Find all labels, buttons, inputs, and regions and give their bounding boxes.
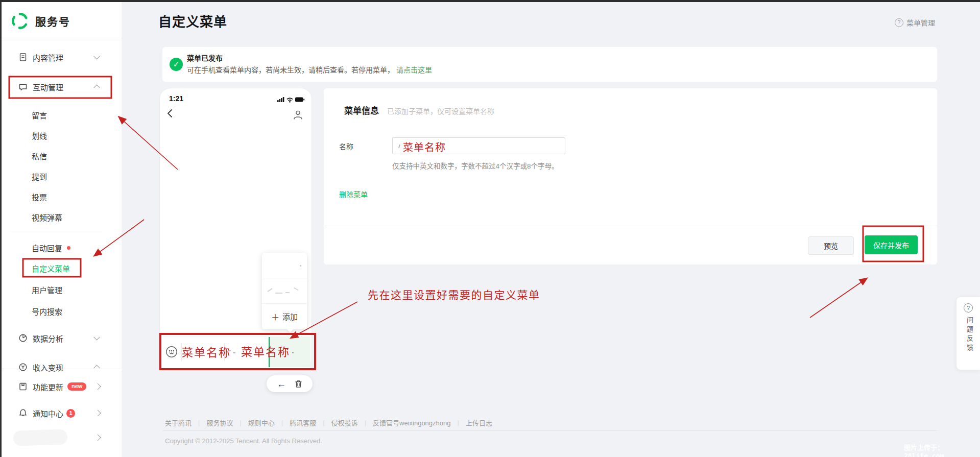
banner-title: 菜单已发布 <box>187 53 223 63</box>
sidebar-item-income[interactable]: 收入变现 <box>0 358 122 376</box>
sidebar-item-user-mgmt[interactable]: 用户管理 <box>0 281 122 298</box>
question-icon: ? <box>964 303 973 312</box>
footer-link[interactable]: 规则中心 <box>248 418 275 427</box>
sidebar-item-label: 投票 <box>32 191 47 202</box>
chevron-down-icon <box>93 334 100 341</box>
phone-status-icons <box>277 96 305 105</box>
sidebar-item-notify-center[interactable]: 通知中心 1 <box>0 404 122 422</box>
trash-icon[interactable] <box>295 380 302 388</box>
question-icon: ? <box>895 18 903 27</box>
name-field-label: 名称 <box>339 141 353 151</box>
save-publish-button[interactable]: 保存并发布 <box>865 235 918 254</box>
sidebar-item-label: 功能更新 <box>33 381 63 392</box>
plus-icon: ＋ <box>271 310 279 323</box>
footer-link[interactable]: 反馈官号weixingongzhong <box>373 418 450 427</box>
erased-text-mark <box>285 292 290 293</box>
watermark-text: 图片上传于：28life.com <box>904 442 980 457</box>
erased-text-mark <box>275 293 282 294</box>
brand-swirl-icon <box>11 12 29 30</box>
sidebar-item-interact-mgmt[interactable]: 互动管理 <box>0 78 122 95</box>
chevron-right-icon <box>94 383 101 390</box>
footer-link[interactable]: 腾讯客服 <box>290 418 316 427</box>
banner-description: 可在手机查看菜单内容，若尚未生效，请稍后查看。若停用菜单，请点击这里 <box>187 64 432 75</box>
erased-text-mark <box>300 265 301 267</box>
sidebar-item-label: 号内搜索 <box>32 306 62 317</box>
chat-icon <box>18 82 28 91</box>
sidebar-item-comments[interactable]: 留言 <box>0 106 122 124</box>
sidebar-divider <box>0 369 122 369</box>
phone-back-icon[interactable] <box>167 109 173 120</box>
sidebar-item-auto-reply[interactable]: 自动回复 <box>0 239 122 256</box>
sidebar-item-account[interactable] <box>0 429 122 446</box>
wifi-icon <box>287 98 293 101</box>
footer-separator <box>358 419 373 426</box>
submenu-item-2[interactable] <box>262 278 307 304</box>
erased-text-mark <box>398 145 400 148</box>
footer-link[interactable]: 上传日志 <box>466 418 492 427</box>
section-note: 已添加子菜单，仅可设置菜单名称 <box>387 106 494 116</box>
book-icon <box>18 382 28 391</box>
sidebar: 服务号 内容管理 互动管理 留言 划线 私信 提到 投票 视频弹幕 自动回复 自… <box>0 0 122 457</box>
sidebar-item-account-search[interactable]: 号内搜索 <box>0 302 122 320</box>
sidebar-item-mentions[interactable]: 提到 <box>0 167 122 185</box>
footer-separator <box>233 419 248 426</box>
sidebar-item-label: 内容管理 <box>33 52 63 63</box>
phone-preview: 1:21 <box>159 88 312 370</box>
redacted-account-name <box>13 429 68 446</box>
submenu-add-button[interactable]: ＋ 添加 <box>262 304 307 329</box>
published-banner: ✓ 菜单已发布 可在手机查看菜单内容，若尚未生效，请稍后查看。若停用菜单，请点击… <box>162 47 937 82</box>
feedback-widget[interactable]: ? 问题反馈 <box>957 297 980 370</box>
menu-management-help[interactable]: ? 菜单管理 <box>895 17 935 28</box>
sidebar-item-content-mgmt[interactable]: 内容管理 <box>0 49 122 66</box>
sidebar-item-votes[interactable]: 投票 <box>0 188 122 205</box>
erased-text-mark <box>229 350 237 353</box>
window-top-edge <box>0 0 980 2</box>
pie-chart-icon <box>18 333 28 343</box>
footer-link[interactable]: 服务协议 <box>206 418 233 427</box>
page-title: 自定义菜单 <box>158 11 227 30</box>
notification-count-badge: 1 <box>66 409 75 418</box>
new-badge: new <box>67 382 86 391</box>
sidebar-item-label: 收入变现 <box>33 362 63 373</box>
sidebar-item-video-danmu[interactable]: 视频弹幕 <box>0 208 122 226</box>
delete-menu-link[interactable]: 删除菜单 <box>339 189 368 199</box>
chevron-down-icon <box>93 53 100 60</box>
section-title: 菜单信息 <box>344 104 379 116</box>
banner-desc-text: 可在手机查看菜单内容，若尚未生效，请稍后查看。若停用菜单， <box>187 66 394 74</box>
sidebar-item-label: 用户管理 <box>32 284 62 295</box>
sidebar-item-underline[interactable]: 划线 <box>0 127 122 144</box>
feedback-label: 问题反馈 <box>965 317 974 353</box>
sidebar-item-label: 提到 <box>32 171 47 182</box>
menu-name-input[interactable]: 菜单名称 <box>392 137 565 154</box>
disable-menu-link[interactable]: 请点击这里 <box>396 66 432 74</box>
footer-separator <box>275 419 290 426</box>
sidebar-item-custom-menu[interactable]: 自定义菜单 <box>0 259 122 277</box>
red-dot-indicator <box>67 246 70 250</box>
footer-link[interactable]: 侵权投诉 <box>331 418 358 427</box>
chevron-up-icon <box>93 84 100 91</box>
battery-icon <box>295 97 304 102</box>
footer-separator <box>192 419 206 426</box>
person-icon[interactable] <box>293 110 303 122</box>
annotation-tip-text: 先在这里设置好需要的自定义菜单 <box>368 286 540 302</box>
copyright-text: Copyright © 2012-2025 Tencent. All Right… <box>165 437 322 445</box>
chevron-right-icon <box>94 410 101 417</box>
footer-separator <box>316 419 331 426</box>
submenu-item-1[interactable] <box>262 253 307 278</box>
footer-separator <box>451 419 466 426</box>
sidebar-item-feature-update[interactable]: 功能更新 new <box>0 378 122 395</box>
sidebar-item-data-analysis[interactable]: 数据分析 <box>0 329 122 347</box>
sidebar-item-label: 通知中心 <box>33 408 63 419</box>
name-helper-text: 仅支持中英文和数字，字数不超过4个汉字或8个字母。 <box>392 160 559 171</box>
add-label: 添加 <box>282 311 298 322</box>
sidebar-item-label: 自动回复 <box>32 243 62 253</box>
footer-link[interactable]: 关于腾讯 <box>165 418 192 427</box>
back-arrow-icon[interactable]: ← <box>277 379 286 389</box>
preview-button[interactable]: 预览 <box>808 236 854 255</box>
chevron-up-icon <box>93 365 100 371</box>
help-label: 菜单管理 <box>906 17 935 28</box>
sidebar-item-private-msg[interactable]: 私信 <box>0 147 122 164</box>
keyboard-toggle-icon[interactable] <box>165 345 178 360</box>
bell-icon <box>18 408 28 418</box>
footer-divider <box>162 430 937 431</box>
